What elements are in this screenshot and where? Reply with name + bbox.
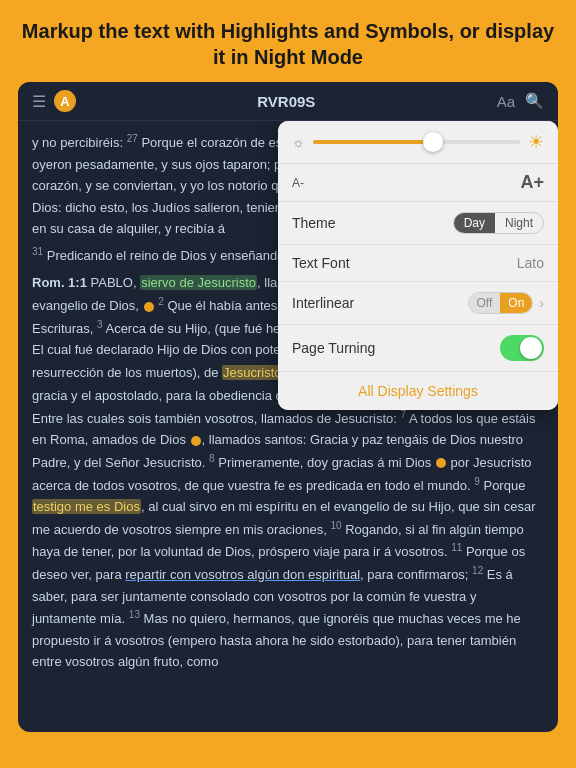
all-display-settings-link[interactable]: All Display Settings (358, 383, 478, 399)
brightness-thumb[interactable] (423, 132, 443, 152)
theme-row: Theme Day Night (278, 202, 558, 245)
page-turning-toggle[interactable] (500, 335, 544, 361)
page-turning-row: Page Turning (278, 325, 558, 372)
fontsize-row: A- A+ (278, 164, 558, 202)
main-card: ☰ A RVR09S Aa 🔍 y no percibiréis: 27 Por… (18, 82, 558, 732)
bible-text: y no percibiréis: 27 Porque el corazón d… (18, 121, 558, 732)
hamburger-icon[interactable]: ☰ (32, 92, 46, 111)
top-bar: ☰ A RVR09S Aa 🔍 (18, 82, 558, 121)
theme-toggle-group[interactable]: Day Night (453, 212, 544, 234)
search-icon[interactable]: 🔍 (525, 92, 544, 110)
symbol-dot-3 (436, 458, 446, 468)
text-font-value: Lato (517, 255, 544, 271)
circle-a-icon[interactable]: A (54, 90, 76, 112)
brightness-slider[interactable] (313, 140, 520, 144)
text-font-row: Text Font Lato (278, 245, 558, 282)
interlinear-label: Interlinear (292, 295, 354, 311)
all-display-settings-row: All Display Settings (278, 372, 558, 410)
page-turning-label: Page Turning (292, 340, 375, 356)
font-decrease-button[interactable]: A- (292, 176, 304, 190)
symbol-dot-1 (144, 302, 154, 312)
brightness-dim-icon: ☼ (292, 134, 305, 150)
day-option[interactable]: Day (454, 213, 495, 233)
brightness-bright-icon: ☀ (528, 131, 544, 153)
brightness-fill (313, 140, 437, 144)
interlinear-off-btn[interactable]: Off (469, 293, 501, 313)
interlinear-chevron-icon: › (539, 295, 544, 311)
interlinear-on-btn[interactable]: On (500, 293, 532, 313)
symbol-dot-2 (191, 436, 201, 446)
reference-label: Rom. 1:1 (32, 275, 87, 290)
font-increase-button[interactable]: A+ (520, 172, 544, 193)
repartir-underline: repartir con vosotros algún don espiritu… (125, 567, 360, 582)
top-bar-left: ☰ A (32, 90, 76, 112)
theme-label: Theme (292, 215, 336, 231)
brightness-row: ☼ ☀ (278, 121, 558, 164)
pablo-text: PABLO, (91, 275, 141, 290)
book-code: RVR09S (76, 93, 497, 110)
interlinear-row: Interlinear Off On › (278, 282, 558, 325)
page-turning-thumb (520, 337, 542, 359)
night-option[interactable]: Night (495, 213, 543, 233)
header-title: Markup the text with Highlights and Symb… (20, 18, 556, 70)
day-night-toggle: Day Night (453, 212, 544, 234)
font-size-icon[interactable]: Aa (497, 93, 515, 110)
top-bar-right: Aa 🔍 (497, 92, 544, 110)
display-settings-dropdown: ☼ ☀ A- A+ Theme Day Night (278, 121, 558, 410)
interlinear-off-on[interactable]: Off On (468, 292, 534, 314)
text-font-label: Text Font (292, 255, 350, 271)
header: Markup the text with Highlights and Symb… (0, 0, 576, 82)
testigo-highlight: testigo me es Dios (32, 499, 141, 514)
siervo-highlight: siervo de Jesucristo (140, 275, 257, 290)
interlinear-toggle-group: Off On › (468, 292, 544, 314)
